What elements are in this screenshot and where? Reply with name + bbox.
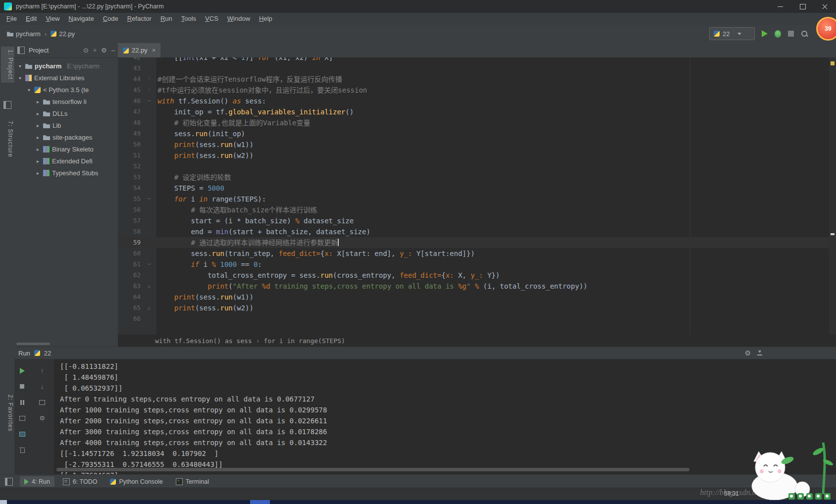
code-line-56[interactable]: 56 # 每次选取batch_size个样本进行训练 (118, 204, 829, 215)
code-line-61[interactable]: 61− if i % 1000 == 0: (118, 259, 829, 270)
tree-item-external-libraries[interactable]: ▾External Libraries (14, 72, 118, 84)
code-line-43[interactable]: 43 (118, 63, 829, 74)
settings-icon[interactable]: ⚙ (101, 47, 107, 54)
code-line-58[interactable]: 58 end = min(start + batch_size, dataset… (118, 226, 829, 237)
code-line-66[interactable]: 66 (118, 313, 829, 324)
code-line-59[interactable]: 59 # 通过选取的样本训练神经网络并进行参数更新 (118, 237, 829, 248)
code-line-57[interactable]: 57 start = (i * batch_size) % dataset_si… (118, 215, 829, 226)
down-icon[interactable]: ↓ (38, 383, 46, 391)
tree-item-binary-skeleto[interactable]: ▸Binary Skeleto (14, 143, 118, 155)
code-line-60[interactable]: 60 sess.run(train_step, feed_dict={x: X[… (118, 248, 829, 259)
code-line-62[interactable]: 62 total_cross_entropy = sess.run(cross_… (118, 270, 829, 281)
pause-icon[interactable] (18, 399, 26, 406)
menu-file[interactable]: File (2, 13, 21, 25)
code-line-47[interactable]: 47 init_op = tf.global_variables_initial… (118, 106, 829, 117)
menu-vcs[interactable]: VCS (201, 13, 223, 25)
fold-marker-icon[interactable]: ◦ (143, 85, 156, 96)
breadcrumb-pycharm[interactable]: pycharm (7, 30, 41, 38)
menu-code[interactable]: Code (99, 13, 123, 25)
tree-item-pycharm[interactable]: ▾pycharmE:\pycharm (14, 60, 118, 72)
panel-menu-icon[interactable] (17, 47, 25, 54)
dock-icon[interactable] (757, 350, 763, 356)
chevron-right-icon[interactable]: ▸ (35, 158, 41, 164)
breadcrumb-with-tf-session-as-sess[interactable]: with tf.Session() as sess (155, 337, 252, 345)
monitor-icon[interactable] (18, 414, 26, 422)
caret-stripe-mark[interactable] (831, 233, 835, 235)
fold-marker-icon[interactable]: − (143, 96, 156, 106)
code-line-50[interactable]: 50 print(sess.run(w1)) (118, 139, 829, 150)
code-line-63[interactable]: 63▵ print("After %d training steps,cross… (118, 281, 829, 292)
chevron-right-icon[interactable]: ▸ (35, 123, 41, 128)
tree-item-site-packages[interactable]: ▸site-packages (14, 131, 118, 143)
tree-item-extended-defi[interactable]: ▸Extended Defi (14, 155, 118, 167)
filter-icon[interactable]: ÷ (93, 47, 97, 54)
code-line-45[interactable]: 45◦#tf中运行必须放在session对象中，且运行过后，要关闭session (118, 85, 829, 96)
up-icon[interactable]: ↑ (38, 367, 46, 375)
code-line-55[interactable]: 55− for i in range(STEPS): (118, 194, 829, 204)
fold-marker-icon[interactable]: ◦ (143, 74, 156, 85)
code-line-48[interactable]: 48 # 初始化变量,也就是上面的Variable变量 (118, 117, 829, 128)
close-button[interactable] (814, 0, 836, 13)
tree-item-lib[interactable]: ▸Lib (14, 119, 118, 131)
code-line-65[interactable]: 65▵ print(sess.run(w2)) (118, 302, 829, 313)
monitor-blue-icon[interactable] (18, 430, 26, 438)
console-output[interactable]: [[-0.81131822] [ 1.48459876] [ 0.0653293… (54, 359, 836, 475)
menu-view[interactable]: View (41, 13, 64, 25)
tool-window-icon[interactable] (3, 101, 11, 109)
settings-icon[interactable]: ⚙ (38, 414, 46, 422)
minimize-button[interactable] (769, 0, 791, 13)
console-scrollbar[interactable] (56, 468, 689, 471)
error-stripe[interactable] (829, 57, 836, 335)
chevron-right-icon[interactable]: ▸ (35, 99, 41, 104)
menu-tools[interactable]: Tools (177, 13, 201, 25)
tool-window-switcher-icon[interactable] (5, 478, 13, 486)
chevron-down-icon[interactable]: ▾ (17, 75, 23, 81)
code-line-42[interactable]: 42 [[int(x1 + x2 < 1)] for (x1, x2) in X… (118, 57, 829, 63)
stop-icon[interactable] (18, 383, 26, 391)
fold-marker-icon[interactable]: − (143, 259, 156, 270)
chevron-right-icon[interactable]: ▸ (35, 135, 41, 140)
code-line-64[interactable]: 64 print(sess.run(w1)) (118, 292, 829, 302)
chevron-down-icon[interactable]: ▾ (17, 63, 23, 69)
menu-refactor[interactable]: Refactor (123, 13, 156, 25)
menu-edit[interactable]: Edit (21, 13, 41, 25)
tab-22py[interactable]: 22.py × (118, 43, 160, 57)
fold-marker-icon[interactable]: ▵ (143, 302, 156, 313)
code-line-54[interactable]: 54 STEPS = 5000 (118, 183, 829, 194)
hide-icon[interactable]: – (111, 47, 115, 54)
tab-run[interactable]: Run (18, 350, 30, 357)
fold-marker-icon[interactable]: − (143, 194, 156, 204)
code-line-52[interactable]: 52 (118, 161, 829, 172)
rerun-icon[interactable] (18, 367, 26, 375)
menu-navigate[interactable]: Navigate (64, 13, 98, 25)
code-area[interactable]: 42 [[int(x1 + x2 < 1)] for (x1, x2) in X… (118, 57, 829, 335)
tree-item-dlls[interactable]: ▸DLLs (14, 107, 118, 119)
chevron-right-icon[interactable]: ▸ (35, 147, 41, 152)
breadcrumb-22-py[interactable]: 22.py (51, 30, 75, 38)
maximize-button[interactable] (791, 0, 814, 13)
tree-item-tensorflow-li[interactable]: ▸tensorflow li (14, 96, 118, 107)
fold-marker-icon[interactable]: ▵ (143, 281, 156, 292)
tool-window-button-7-structure[interactable]: 7: Structure (1, 118, 15, 160)
code-line-51[interactable]: 51 print(sess.run(w2)) (118, 150, 829, 161)
monitor-icon[interactable] (38, 399, 46, 406)
search-everywhere-icon[interactable] (801, 30, 808, 38)
menu-window[interactable]: Window (223, 13, 255, 25)
code-line-53[interactable]: 53 # 设定训练的轮数 (118, 172, 829, 183)
trash-icon[interactable] (18, 446, 26, 454)
tool-window-button-2-favorites[interactable]: 2: Favorites (1, 392, 15, 435)
code-line-46[interactable]: 46−with tf.Session() as sess: (118, 96, 829, 106)
menu-help[interactable]: Help (255, 13, 277, 25)
project-scrollbar[interactable] (16, 343, 50, 345)
tree-item-typeshed-stubs[interactable]: ▸Typeshed Stubs (14, 167, 118, 179)
tool-window-button-python-console[interactable]: Python Console (105, 476, 167, 487)
run-config-selector[interactable]: 22 (709, 27, 755, 40)
tree-item-python-3-5-te[interactable]: ▾< Python 3.5 (te (14, 84, 118, 96)
close-tab-icon[interactable]: × (152, 47, 156, 54)
tool-window-button-1-project[interactable]: 1: Project (1, 47, 15, 83)
windows-taskbar[interactable] (0, 500, 836, 504)
tool-window-button-4-run[interactable]: 4: Run (20, 476, 54, 487)
debug-button[interactable] (775, 30, 781, 38)
run-button[interactable] (762, 30, 768, 37)
chevron-right-icon[interactable]: ▸ (35, 170, 41, 176)
